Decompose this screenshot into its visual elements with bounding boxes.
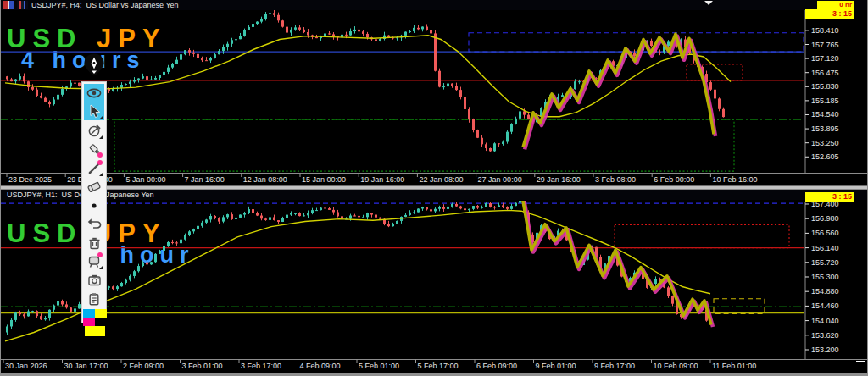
candle-body <box>353 216 356 217</box>
window-splitter[interactable] <box>0 185 868 190</box>
candle-body <box>409 31 411 32</box>
hide-annotations-button[interactable] <box>84 84 104 102</box>
candle-body <box>239 215 242 218</box>
candle-body <box>163 246 165 251</box>
candle-body <box>481 138 483 145</box>
chart-plot-h4[interactable]: USD JPY4 hours159.055158.410157.765157.1… <box>0 0 868 185</box>
candle-body <box>286 27 288 33</box>
undo-button[interactable] <box>84 215 104 233</box>
active-color-dot <box>97 152 103 158</box>
candle-body <box>137 266 140 271</box>
candle-body <box>430 30 432 33</box>
candle-body <box>303 30 305 32</box>
eraser-tool-button[interactable] <box>84 178 104 196</box>
clipboard-button[interactable] <box>84 290 104 307</box>
candle-body <box>53 306 55 310</box>
size-indicator[interactable] <box>84 196 104 214</box>
candle-body <box>53 100 55 105</box>
candle-body <box>120 283 123 286</box>
chart-window-header-h4[interactable]: USDJPY#, H4: US Dollar vs Japanese Yen <box>0 0 868 10</box>
candle-body <box>154 78 157 80</box>
price-scale-h4[interactable] <box>805 10 868 173</box>
undo-icon <box>87 218 102 230</box>
candle-body <box>502 141 504 143</box>
time-scale-h4[interactable] <box>0 174 805 185</box>
candle-body <box>277 220 280 222</box>
chart-window-header-h1[interactable]: USDJPY#, H1: US Dollar vs Japanese Yen <box>0 190 868 200</box>
candle-body <box>129 276 131 280</box>
candle-body <box>468 209 470 210</box>
clear-all-button[interactable] <box>84 234 104 252</box>
candle-body <box>159 75 161 78</box>
epic-pen-logo[interactable] <box>84 53 104 80</box>
candle-body <box>163 72 165 75</box>
candle-body <box>671 296 674 304</box>
candle-body <box>243 213 246 214</box>
price-scale-h1[interactable] <box>805 202 868 359</box>
candle-body <box>40 96 42 98</box>
candle-body <box>307 213 309 215</box>
candle-body <box>506 207 509 209</box>
candle-body <box>392 224 394 226</box>
candle-body <box>366 213 369 217</box>
chart-plot-h1[interactable]: USD JPY1 hour157.400156.980156.560156.14… <box>0 190 868 376</box>
candle-body <box>667 287 670 296</box>
candle-body <box>307 32 309 35</box>
candle-body <box>57 95 59 100</box>
candle-body <box>714 90 716 99</box>
resize-grip[interactable] <box>856 361 865 372</box>
current-color-swatch[interactable] <box>85 312 105 323</box>
candle-body <box>315 37 318 38</box>
candle-body <box>332 210 335 213</box>
candle-body <box>175 60 178 64</box>
candle-body <box>472 119 475 130</box>
line-tool-button[interactable] <box>84 159 104 177</box>
cursor-tool-button[interactable] <box>84 102 104 120</box>
candle-body <box>510 124 513 131</box>
candle-body <box>44 98 47 102</box>
candle-body <box>133 271 136 276</box>
candle-body <box>362 31 364 34</box>
candle-body <box>358 30 360 31</box>
candle-body <box>70 307 72 312</box>
candle-body <box>167 242 170 246</box>
window-left-border <box>0 0 1 376</box>
candle-body <box>375 39 377 41</box>
clipboard-icon <box>88 292 100 306</box>
candle-body <box>345 35 348 36</box>
candle-body <box>379 218 381 219</box>
candle-body <box>498 205 500 207</box>
candle-body <box>633 53 636 56</box>
screenshot-button[interactable] <box>84 271 104 289</box>
candle-body <box>472 206 475 209</box>
candle-body <box>464 97 466 109</box>
candle-body <box>243 30 246 36</box>
active-color-dot <box>97 252 103 257</box>
candle-body <box>252 209 254 213</box>
candle-body <box>413 28 415 31</box>
candle-body <box>337 213 339 217</box>
shapes-tool-button[interactable] <box>84 252 104 270</box>
candle-body <box>561 95 564 97</box>
pen-tool-button[interactable] <box>84 122 104 140</box>
candle-body <box>404 215 407 217</box>
candle-body <box>498 143 500 144</box>
candle-body <box>489 203 492 207</box>
candle-body <box>485 144 487 148</box>
time-scale-h1[interactable] <box>0 360 805 372</box>
candle-body <box>273 217 275 220</box>
candle-body <box>290 213 292 215</box>
candle-body <box>214 54 216 58</box>
chart-title-h1: USDJPY#, H1: US Dollar vs Japanese Yen <box>7 190 154 200</box>
highlighter-tool-button[interactable] <box>84 141 104 158</box>
candle-body <box>226 214 229 217</box>
candle-body <box>485 203 487 207</box>
candle-body <box>659 52 661 53</box>
candle-body <box>70 83 72 87</box>
timer-badge-h1: 3 : 15 <box>805 192 854 202</box>
candle-body <box>209 58 212 60</box>
candle-body <box>515 203 517 206</box>
candle-body <box>201 58 203 60</box>
candle-body <box>252 24 254 27</box>
candle-body <box>493 207 496 207</box>
